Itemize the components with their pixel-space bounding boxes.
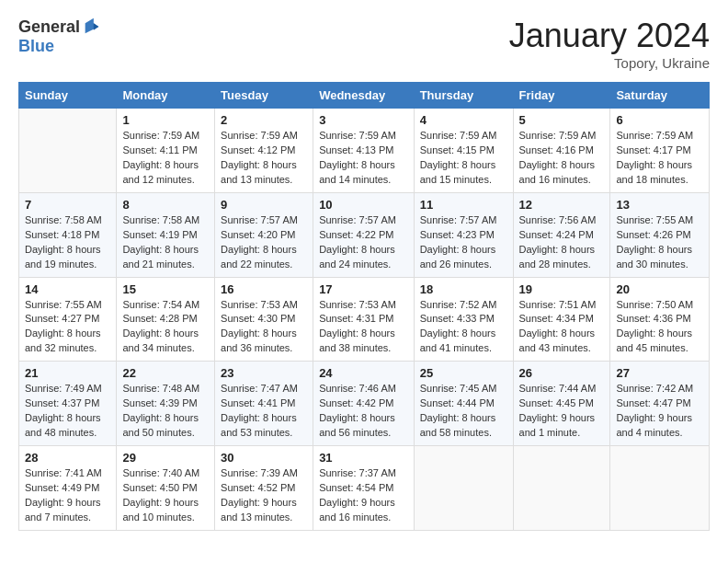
cell-content: Sunrise: 7:59 AMSunset: 4:15 PMDaylight:… — [420, 129, 507, 188]
calendar-cell — [19, 109, 117, 193]
calendar-cell: 7 Sunrise: 7:58 AMSunset: 4:18 PMDayligh… — [19, 192, 117, 277]
cell-content: Sunrise: 7:59 AMSunset: 4:13 PMDaylight:… — [319, 129, 408, 188]
day-number: 9 — [221, 198, 307, 212]
calendar-cell: 21 Sunrise: 7:49 AMSunset: 4:37 PMDaylig… — [19, 362, 117, 446]
day-number: 1 — [122, 113, 209, 127]
logo: General Blue — [18, 17, 102, 56]
svg-marker-1 — [94, 23, 99, 29]
cell-content: Sunrise: 7:55 AMSunset: 4:26 PMDaylight:… — [616, 213, 703, 272]
calendar-cell — [414, 446, 513, 531]
cell-content: Sunrise: 7:48 AMSunset: 4:39 PMDaylight:… — [122, 382, 209, 441]
cell-content: Sunrise: 7:57 AMSunset: 4:23 PMDaylight:… — [420, 213, 507, 272]
logo-general: General — [18, 17, 80, 37]
day-number: 4 — [420, 113, 507, 127]
calendar-cell: 23 Sunrise: 7:47 AMSunset: 4:41 PMDaylig… — [215, 362, 313, 446]
calendar-cell: 26 Sunrise: 7:44 AMSunset: 4:45 PMDaylig… — [513, 362, 610, 446]
calendar-cell: 17 Sunrise: 7:53 AMSunset: 4:31 PMDaylig… — [313, 277, 415, 362]
calendar-cell: 20 Sunrise: 7:50 AMSunset: 4:36 PMDaylig… — [610, 277, 710, 362]
cell-content: Sunrise: 7:53 AMSunset: 4:31 PMDaylight:… — [319, 298, 408, 357]
cell-content: Sunrise: 7:44 AMSunset: 4:45 PMDaylight:… — [519, 382, 605, 441]
cell-content: Sunrise: 7:42 AMSunset: 4:47 PMDaylight:… — [616, 382, 703, 441]
col-monday: Monday — [117, 83, 215, 109]
calendar-header-row: Sunday Monday Tuesday Wednesday Thursday… — [19, 83, 710, 109]
day-number: 14 — [25, 282, 110, 296]
calendar-cell: 27 Sunrise: 7:42 AMSunset: 4:47 PMDaylig… — [610, 362, 710, 446]
calendar-cell: 29 Sunrise: 7:40 AMSunset: 4:50 PMDaylig… — [117, 446, 215, 531]
logo-text: General — [18, 17, 102, 37]
day-number: 17 — [319, 282, 408, 296]
day-number: 20 — [616, 282, 703, 296]
cell-content: Sunrise: 7:58 AMSunset: 4:18 PMDaylight:… — [25, 213, 110, 272]
calendar-cell: 4 Sunrise: 7:59 AMSunset: 4:15 PMDayligh… — [414, 109, 513, 193]
day-number: 27 — [616, 366, 703, 380]
calendar-week-row: 1 Sunrise: 7:59 AMSunset: 4:11 PMDayligh… — [19, 109, 710, 193]
cell-content: Sunrise: 7:53 AMSunset: 4:30 PMDaylight:… — [221, 298, 307, 357]
title-block: January 2024 Topory, Ukraine — [509, 17, 710, 71]
cell-content: Sunrise: 7:41 AMSunset: 4:49 PMDaylight:… — [25, 466, 110, 525]
cell-content: Sunrise: 7:56 AMSunset: 4:24 PMDaylight:… — [519, 213, 605, 272]
day-number: 12 — [519, 198, 605, 212]
calendar-cell: 28 Sunrise: 7:41 AMSunset: 4:49 PMDaylig… — [19, 446, 117, 531]
calendar-cell: 22 Sunrise: 7:48 AMSunset: 4:39 PMDaylig… — [117, 362, 215, 446]
day-number: 2 — [221, 113, 307, 127]
calendar-cell — [610, 446, 710, 531]
calendar-cell — [513, 446, 610, 531]
cell-content: Sunrise: 7:47 AMSunset: 4:41 PMDaylight:… — [221, 382, 307, 441]
col-thursday: Thursday — [414, 83, 513, 109]
day-number: 21 — [25, 366, 110, 380]
cell-content: Sunrise: 7:45 AMSunset: 4:44 PMDaylight:… — [420, 382, 507, 441]
calendar-cell: 9 Sunrise: 7:57 AMSunset: 4:20 PMDayligh… — [215, 192, 313, 277]
location: Topory, Ukraine — [509, 55, 710, 71]
day-number: 6 — [616, 113, 703, 127]
calendar-cell: 8 Sunrise: 7:58 AMSunset: 4:19 PMDayligh… — [117, 192, 215, 277]
day-number: 13 — [616, 198, 703, 212]
calendar-cell: 31 Sunrise: 7:37 AMSunset: 4:54 PMDaylig… — [313, 446, 415, 531]
col-tuesday: Tuesday — [215, 83, 313, 109]
calendar-cell: 10 Sunrise: 7:57 AMSunset: 4:22 PMDaylig… — [313, 192, 415, 277]
logo-blue: Blue — [18, 37, 54, 56]
page: General Blue January 2024 Topory, Ukrain… — [0, 0, 728, 540]
cell-content: Sunrise: 7:39 AMSunset: 4:52 PMDaylight:… — [221, 466, 307, 525]
calendar-cell: 18 Sunrise: 7:52 AMSunset: 4:33 PMDaylig… — [414, 277, 513, 362]
cell-content: Sunrise: 7:52 AMSunset: 4:33 PMDaylight:… — [420, 298, 507, 357]
col-friday: Friday — [513, 83, 610, 109]
col-sunday: Sunday — [19, 83, 117, 109]
day-number: 3 — [319, 113, 408, 127]
calendar-cell: 24 Sunrise: 7:46 AMSunset: 4:42 PMDaylig… — [313, 362, 415, 446]
cell-content: Sunrise: 7:37 AMSunset: 4:54 PMDaylight:… — [319, 466, 408, 525]
header: General Blue January 2024 Topory, Ukrain… — [18, 17, 710, 71]
calendar-week-row: 21 Sunrise: 7:49 AMSunset: 4:37 PMDaylig… — [19, 362, 710, 446]
cell-content: Sunrise: 7:58 AMSunset: 4:19 PMDaylight:… — [122, 213, 209, 272]
calendar-cell: 16 Sunrise: 7:53 AMSunset: 4:30 PMDaylig… — [215, 277, 313, 362]
day-number: 5 — [519, 113, 605, 127]
cell-content: Sunrise: 7:59 AMSunset: 4:12 PMDaylight:… — [221, 129, 307, 188]
day-number: 30 — [221, 451, 307, 465]
calendar-cell: 12 Sunrise: 7:56 AMSunset: 4:24 PMDaylig… — [513, 192, 610, 277]
day-number: 28 — [25, 451, 110, 465]
day-number: 10 — [319, 198, 408, 212]
calendar-cell: 6 Sunrise: 7:59 AMSunset: 4:17 PMDayligh… — [610, 109, 710, 193]
logo-icon — [82, 17, 102, 37]
calendar-cell: 11 Sunrise: 7:57 AMSunset: 4:23 PMDaylig… — [414, 192, 513, 277]
day-number: 25 — [420, 366, 507, 380]
day-number: 22 — [122, 366, 209, 380]
calendar-cell: 14 Sunrise: 7:55 AMSunset: 4:27 PMDaylig… — [19, 277, 117, 362]
day-number: 24 — [319, 366, 408, 380]
day-number: 31 — [319, 451, 408, 465]
day-number: 11 — [420, 198, 507, 212]
day-number: 23 — [221, 366, 307, 380]
day-number: 26 — [519, 366, 605, 380]
day-number: 29 — [122, 451, 209, 465]
cell-content: Sunrise: 7:54 AMSunset: 4:28 PMDaylight:… — [122, 298, 209, 357]
cell-content: Sunrise: 7:55 AMSunset: 4:27 PMDaylight:… — [25, 298, 110, 357]
col-wednesday: Wednesday — [313, 83, 415, 109]
calendar-cell: 19 Sunrise: 7:51 AMSunset: 4:34 PMDaylig… — [513, 277, 610, 362]
cell-content: Sunrise: 7:51 AMSunset: 4:34 PMDaylight:… — [519, 298, 605, 357]
calendar-table: Sunday Monday Tuesday Wednesday Thursday… — [18, 82, 710, 531]
calendar-cell: 13 Sunrise: 7:55 AMSunset: 4:26 PMDaylig… — [610, 192, 710, 277]
day-number: 8 — [122, 198, 209, 212]
day-number: 15 — [122, 282, 209, 296]
col-saturday: Saturday — [610, 83, 710, 109]
day-number: 16 — [221, 282, 307, 296]
calendar-week-row: 14 Sunrise: 7:55 AMSunset: 4:27 PMDaylig… — [19, 277, 710, 362]
